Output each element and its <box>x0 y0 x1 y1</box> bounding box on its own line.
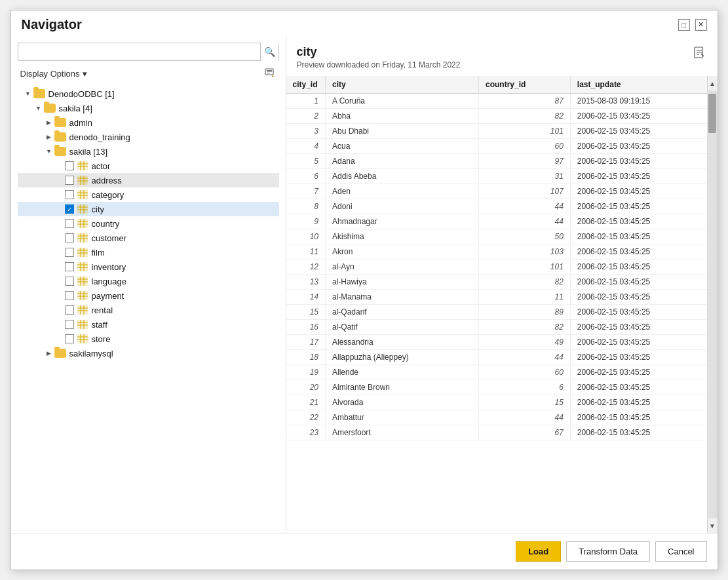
table-scroll-area[interactable]: city_id city country_id last_update 1A C… <box>286 76 718 533</box>
table-icon-staff <box>77 320 88 329</box>
transform-data-button[interactable]: Transform Data <box>566 541 650 562</box>
table-icon-city <box>77 204 88 214</box>
checkbox-category[interactable] <box>65 190 74 199</box>
tree-item-sakila[interactable]: ▼ sakila [4] <box>18 101 279 115</box>
table-row: 7Aden1072006-02-15 03:45:25 <box>286 184 718 199</box>
cell-city-id: 5 <box>286 154 326 169</box>
cell-last-update: 2006-02-15 03:45:25 <box>570 410 717 425</box>
table-row: 4Acua602006-02-15 03:45:25 <box>286 139 718 154</box>
tree-item-category[interactable]: category <box>18 187 279 202</box>
cell-city-id: 8 <box>286 199 326 214</box>
cell-city-id: 10 <box>286 229 326 244</box>
tree-item-payment[interactable]: payment <box>18 288 279 303</box>
tree-item-rental[interactable]: rental <box>18 303 279 317</box>
checkbox-address[interactable] <box>65 176 74 185</box>
tree-item-admin[interactable]: ▶ admin <box>18 115 279 130</box>
cancel-button[interactable]: Cancel <box>655 541 706 562</box>
table-header-row: city_id city country_id last_update <box>286 76 718 94</box>
checkbox-rental[interactable] <box>65 305 74 315</box>
label-address: address <box>92 176 122 185</box>
spacer-customer <box>54 233 65 243</box>
load-button[interactable]: Load <box>516 541 561 562</box>
scroll-up-arrow[interactable]: ▲ <box>707 76 718 90</box>
tree-item-language[interactable]: language <box>18 274 279 288</box>
scroll-down-arrow[interactable]: ▼ <box>707 518 718 533</box>
label-inventory: inventory <box>92 262 126 272</box>
cell-city: al-Ayn <box>326 260 479 275</box>
checkbox-customer[interactable] <box>65 233 74 242</box>
cell-city: al-Qadarif <box>326 305 479 320</box>
tree-item-city[interactable]: ✓ city <box>18 202 279 216</box>
tree-item-address[interactable]: address <box>18 173 279 187</box>
search-input[interactable] <box>18 43 260 60</box>
svg-rect-4 <box>77 161 88 170</box>
tree-item-inventory[interactable]: inventory <box>18 260 279 274</box>
label-rental: rental <box>92 305 113 315</box>
table-icon-language <box>77 277 88 286</box>
preview-icon-button[interactable] <box>691 45 707 64</box>
spacer-address <box>54 175 65 185</box>
checkbox-city[interactable]: ✓ <box>65 204 74 214</box>
cell-city-id: 2 <box>286 109 326 124</box>
tree-item-staff[interactable]: staff <box>18 317 279 332</box>
label-denodo-training: denodo_training <box>69 132 130 142</box>
folder-icon-sakilamysql <box>54 349 66 358</box>
scroll-thumb[interactable] <box>708 94 716 133</box>
table-row: 6Addis Abeba312006-02-15 03:45:25 <box>286 169 718 184</box>
search-button[interactable]: 🔍 <box>260 43 278 61</box>
refresh-button[interactable] <box>261 66 279 81</box>
tree-item-denodo-training[interactable]: ▶ denodo_training <box>18 130 279 144</box>
spacer-inventory <box>54 261 65 272</box>
table-row: 20Almirante Brown62006-02-15 03:45:25 <box>286 380 718 395</box>
cell-city: al-Hawiya <box>326 275 479 290</box>
label-admin: admin <box>69 118 92 128</box>
table-row: 16al-Qatif822006-02-15 03:45:25 <box>286 320 718 335</box>
display-options-button[interactable]: Display Options ▾ <box>18 68 90 80</box>
preview-title: city <box>297 45 461 59</box>
refresh-icon <box>265 68 275 78</box>
cell-city-id: 15 <box>286 305 326 320</box>
close-button[interactable]: ✕ <box>695 19 707 31</box>
tree-item-store[interactable]: store <box>18 332 279 346</box>
folder-icon-denodo-training <box>54 132 66 142</box>
table-row: 8Adoni442006-02-15 03:45:25 <box>286 199 718 214</box>
table-row: 18Allappuzha (Alleppey)442006-02-15 03:4… <box>286 350 718 365</box>
checkbox-language[interactable] <box>65 277 74 286</box>
checkbox-inventory[interactable] <box>65 262 74 271</box>
spacer-store <box>54 334 65 344</box>
tree-item-country[interactable]: country <box>18 216 279 231</box>
checkbox-country[interactable] <box>65 219 74 228</box>
chevron-down-icon: ▾ <box>83 69 87 79</box>
cell-last-update: 2006-02-15 03:45:25 <box>570 380 717 395</box>
scroll-track[interactable] <box>707 90 718 518</box>
checkbox-film[interactable] <box>65 248 74 257</box>
tree-item-sakila13[interactable]: ▼ sakila [13] <box>18 144 279 159</box>
minimize-button[interactable]: □ <box>678 19 690 31</box>
cell-country-id: 101 <box>478 260 570 275</box>
tree-item-customer[interactable]: customer <box>18 231 279 245</box>
col-header-city-id: city_id <box>286 76 326 94</box>
cell-city-id: 23 <box>286 425 326 440</box>
expand-arrow-sakilamysql: ▶ <box>44 348 54 358</box>
vertical-scrollbar[interactable]: ▲ ▼ <box>707 76 718 533</box>
title-bar: Navigator □ ✕ <box>11 10 718 36</box>
cell-city: al-Manama <box>326 290 479 305</box>
checkbox-payment[interactable] <box>65 291 74 300</box>
cell-city-id: 3 <box>286 124 326 139</box>
checkbox-store[interactable] <box>65 334 74 343</box>
checkbox-actor[interactable] <box>65 161 74 170</box>
svg-rect-39 <box>77 262 88 271</box>
checkbox-staff[interactable] <box>65 320 74 329</box>
table-icon-store <box>77 334 88 343</box>
tree-item-denodoodbc[interactable]: ▼ DenodoODBC [1] <box>18 87 279 101</box>
svg-rect-24 <box>77 219 88 228</box>
table-row: 9Ahmadnagar442006-02-15 03:45:25 <box>286 214 718 229</box>
tree-item-actor[interactable]: actor <box>18 159 279 173</box>
tree-item-film[interactable]: film <box>18 245 279 260</box>
folder-icon-sakila <box>44 104 56 113</box>
spacer-language <box>54 276 65 286</box>
tree-item-sakilamysql[interactable]: ▶ sakilamysql <box>18 346 279 360</box>
svg-rect-44 <box>77 277 88 286</box>
svg-rect-64 <box>77 334 88 343</box>
table-row: 21Alvorada152006-02-15 03:45:25 <box>286 395 718 410</box>
